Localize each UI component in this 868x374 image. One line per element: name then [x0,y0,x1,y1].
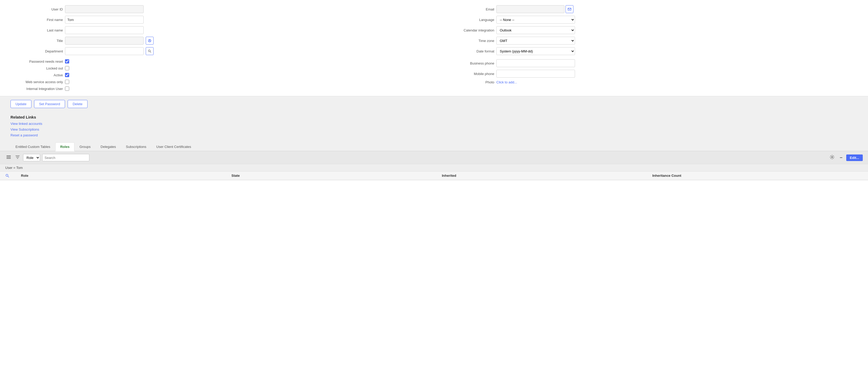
locked-out-label: Locked out [10,66,63,70]
email-input[interactable] [496,5,564,13]
date-format-select[interactable]: System (yyyy-MM-dd) MM/dd/yyyy dd/MM/yyy… [496,47,575,55]
photo-label: Photo [442,80,494,84]
tabs-section: Entitled Custom Tables Roles Groups Dele… [0,138,868,180]
form-right-column: Email Language -- None -- English French… [442,5,858,91]
title-lookup-button[interactable] [146,37,154,45]
svg-line-10 [8,176,9,177]
table-col-inheritance-count: Inheritance Count [652,174,863,178]
title-row: Title [10,37,426,45]
user-id-row: User ID [10,5,426,13]
user-form: User ID First name Last name Title Depa [0,0,868,96]
table-toolbar: Role − Edit... [0,151,868,164]
filter-row: User = Tom [0,164,868,172]
photo-row: Photo Click to add... [442,80,858,84]
timezone-select[interactable]: GMT UTC EST PST CST [496,37,575,45]
filter-text: User = Tom [5,166,23,170]
password-reset-row: Password needs reset [10,59,426,63]
email-send-button[interactable] [565,5,574,13]
update-button[interactable]: Update [10,100,31,108]
svg-point-1 [149,40,150,41]
department-label: Department [10,49,63,53]
svg-rect-5 [6,155,11,156]
business-phone-label: Business phone [442,61,494,65]
first-name-row: First name [10,16,426,24]
view-subscriptions-link[interactable]: View Subscriptions [10,127,858,133]
first-name-label: First name [10,18,63,22]
calendar-row: Calendar integration Outlook Google Cale… [442,26,858,34]
calendar-select[interactable]: Outlook Google Calendar None [496,26,575,34]
related-links-title: Related Links [10,115,858,119]
last-name-label: Last name [10,28,63,32]
web-service-row: Web service access only [10,80,426,84]
remove-button[interactable]: − [838,154,844,161]
svg-point-9 [6,174,8,176]
title-label: Title [10,39,63,43]
last-name-input[interactable] [65,26,144,34]
table-search-input[interactable] [42,154,89,161]
action-bar: Update Set Password Delete [0,96,868,112]
svg-rect-6 [6,157,11,157]
active-checkbox[interactable] [65,73,69,77]
timezone-row: Time zone GMT UTC EST PST CST [442,37,858,45]
internal-integration-row: Internal Integration User [10,87,426,91]
locked-out-checkbox[interactable] [65,66,69,70]
internal-integration-label: Internal Integration User [10,87,63,91]
tab-user-client-certificates[interactable]: User Client Certificates [151,142,196,151]
tab-subscriptions[interactable]: Subscriptions [121,142,151,151]
tabs-bar: Entitled Custom Tables Roles Groups Dele… [0,142,868,151]
related-links-section: Related Links View linked accounts View … [0,112,868,138]
web-service-checkbox[interactable] [65,80,69,84]
department-input[interactable] [65,47,144,55]
email-row: Email [442,5,858,13]
set-password-button[interactable]: Set Password [34,100,65,108]
edit-button[interactable]: Edit... [846,154,863,161]
mobile-phone-label: Mobile phone [442,72,494,76]
table-col-inherited: Inherited [442,174,652,178]
department-search-button[interactable] [146,47,154,55]
svg-rect-4 [568,8,571,10]
delete-button[interactable]: Delete [68,100,88,108]
password-reset-label: Password needs reset [10,60,63,63]
internal-integration-checkbox[interactable] [65,87,69,91]
mobile-phone-row: Mobile phone [442,70,858,78]
table-col-state: State [231,174,442,178]
settings-button[interactable] [828,154,836,161]
password-reset-checkbox[interactable] [65,59,69,63]
first-name-input[interactable] [65,16,144,24]
title-input[interactable] [65,37,144,45]
business-phone-input[interactable] [496,59,575,67]
user-id-input[interactable] [65,5,144,13]
table-col-search [5,174,21,178]
timezone-label: Time zone [442,39,494,43]
language-label: Language [442,18,494,22]
calendar-label: Calendar integration [442,28,494,32]
svg-rect-7 [6,158,11,159]
active-label: Active [10,73,63,77]
locked-out-row: Locked out [10,66,426,70]
web-service-label: Web service access only [10,80,63,84]
active-row: Active [10,73,426,77]
view-linked-accounts-link[interactable]: View linked accounts [10,121,858,127]
tab-groups[interactable]: Groups [74,142,96,151]
language-row: Language -- None -- English French Germa… [442,16,858,24]
email-field-wrapper [496,5,574,13]
photo-link[interactable]: Click to add... [496,80,517,84]
last-name-row: Last name [10,26,426,34]
hamburger-menu-button[interactable] [5,154,12,161]
table-col-role: Role [21,174,231,178]
form-left-column: User ID First name Last name Title Depa [10,5,426,91]
svg-point-8 [832,156,833,158]
reset-password-link[interactable]: Reset a password [10,133,858,138]
table-header: Role State Inherited Inheritance Count [0,172,868,180]
tab-roles[interactable]: Roles [55,142,74,151]
tab-delegates[interactable]: Delegates [96,142,121,151]
tab-entitled-custom-tables[interactable]: Entitled Custom Tables [10,142,55,151]
user-id-label: User ID [10,7,63,11]
department-row: Department [10,47,426,55]
filter-button[interactable] [14,154,21,161]
language-select[interactable]: -- None -- English French German Spanish [496,16,575,24]
mobile-phone-input[interactable] [496,70,575,78]
email-label: Email [442,7,494,11]
date-format-label: Date format [442,49,494,53]
role-filter-select[interactable]: Role [23,154,40,161]
